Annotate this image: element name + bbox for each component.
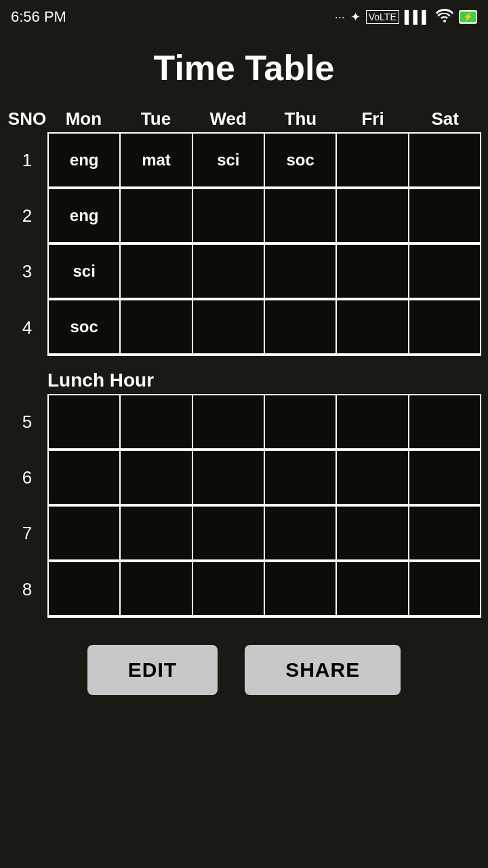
table-row: 6 (7, 450, 481, 505)
table-cell[interactable]: soc (49, 300, 121, 355)
table-cell[interactable]: sci (193, 134, 265, 188)
lunch-label: Lunch Hour (7, 370, 481, 391)
day-fri: Fri (337, 108, 409, 130)
table-cell[interactable] (409, 507, 481, 561)
table-row: 2eng (7, 188, 481, 243)
table-cell[interactable] (121, 245, 192, 299)
table-cell[interactable] (193, 507, 265, 561)
table-cell[interactable] (409, 395, 481, 450)
table-cell[interactable] (49, 451, 121, 505)
table-cell[interactable] (121, 395, 192, 450)
status-icons: ··· ✦ VoLTE ▌▌▌ ⚡ (335, 9, 477, 26)
status-time: 6:56 PM (11, 8, 66, 26)
table-cell[interactable] (193, 562, 265, 616)
table-cell[interactable] (409, 300, 481, 355)
row-cells: eng (47, 188, 481, 243)
table-cell[interactable] (49, 395, 121, 450)
table-row: 4soc (7, 299, 481, 356)
day-mon: Mon (47, 108, 120, 130)
row-sno: 5 (7, 394, 47, 450)
row-cells (47, 394, 481, 450)
post-lunch-grid: 5678 (7, 394, 481, 618)
row-sno: 4 (7, 299, 47, 356)
day-wed: Wed (192, 108, 264, 130)
row-cells (47, 450, 481, 505)
sno-header: SNO (7, 108, 47, 130)
volte-icon: VoLTE (366, 10, 399, 24)
button-row: EDIT SHARE (7, 645, 481, 695)
row-sno: 2 (7, 188, 47, 243)
day-headers: Mon Tue Wed Thu Fri Sat (47, 108, 481, 130)
dots-icon: ··· (335, 10, 345, 24)
table-cell[interactable] (265, 562, 337, 616)
row-sno: 1 (7, 132, 47, 188)
row-sno: 8 (7, 561, 47, 618)
day-sat: Sat (409, 108, 481, 130)
table-cell[interactable] (337, 451, 409, 505)
table-cell[interactable] (193, 300, 265, 355)
table-cell[interactable] (265, 507, 337, 561)
table-cell[interactable] (49, 507, 121, 561)
row-sno: 6 (7, 450, 47, 505)
table-header: SNO Mon Tue Wed Thu Fri Sat (7, 108, 481, 130)
table-cell[interactable] (121, 507, 192, 561)
table-cell[interactable] (337, 134, 409, 188)
table-cell[interactable]: sci (49, 245, 121, 299)
table-cell[interactable]: soc (265, 134, 337, 188)
day-thu: Thu (264, 108, 337, 130)
table-cell[interactable] (265, 245, 337, 299)
table-cell[interactable] (265, 189, 337, 243)
table-cell[interactable] (337, 507, 409, 561)
status-bar: 6:56 PM ··· ✦ VoLTE ▌▌▌ ⚡ (0, 0, 488, 34)
bluetooth-icon: ✦ (350, 9, 361, 24)
table-cell[interactable] (121, 562, 192, 616)
signal-icon: ▌▌▌ (405, 10, 430, 24)
table-cell[interactable] (121, 451, 192, 505)
table-cell[interactable] (265, 451, 337, 505)
table-cell[interactable] (121, 300, 192, 355)
edit-button[interactable]: EDIT (87, 645, 218, 695)
table-cell[interactable] (409, 245, 481, 299)
table-row: 5 (7, 394, 481, 450)
table-row: 1engmatscisoc (7, 132, 481, 188)
page-title: Time Table (154, 47, 335, 88)
row-cells: soc (47, 299, 481, 356)
table-cell[interactable]: eng (49, 134, 121, 188)
table-row: 3sci (7, 243, 481, 299)
table-cell[interactable] (409, 189, 481, 243)
row-sno: 3 (7, 243, 47, 299)
table-cell[interactable] (265, 395, 337, 450)
day-tue: Tue (120, 108, 192, 130)
table-cell[interactable] (409, 134, 481, 188)
table-cell[interactable] (193, 451, 265, 505)
table-cell[interactable] (337, 300, 409, 355)
row-cells: sci (47, 243, 481, 299)
table-cell[interactable] (49, 562, 121, 616)
table-cell[interactable] (337, 562, 409, 616)
row-cells (47, 505, 481, 561)
table-cell[interactable] (409, 451, 481, 505)
table-cell[interactable]: mat (121, 134, 192, 188)
table-row: 8 (7, 561, 481, 618)
row-cells: engmatscisoc (47, 132, 481, 188)
table-cell[interactable] (121, 189, 192, 243)
pre-lunch-grid: 1engmatscisoc2eng3sci4soc (7, 132, 481, 356)
table-cell[interactable] (193, 395, 265, 450)
table-cell[interactable] (409, 562, 481, 616)
wifi-icon (436, 9, 453, 26)
share-button[interactable]: SHARE (245, 645, 401, 695)
table-cell[interactable] (337, 395, 409, 450)
table-cell[interactable] (193, 245, 265, 299)
battery-icon: ⚡ (459, 10, 477, 24)
table-row: 7 (7, 505, 481, 561)
table-cell[interactable] (337, 189, 409, 243)
table-cell[interactable] (337, 245, 409, 299)
main-container: SNO Mon Tue Wed Thu Fri Sat 1engmatsciso… (7, 108, 481, 695)
table-cell[interactable]: eng (49, 189, 121, 243)
row-sno: 7 (7, 505, 47, 561)
row-cells (47, 561, 481, 618)
table-cell[interactable] (193, 189, 265, 243)
table-cell[interactable] (265, 300, 337, 355)
